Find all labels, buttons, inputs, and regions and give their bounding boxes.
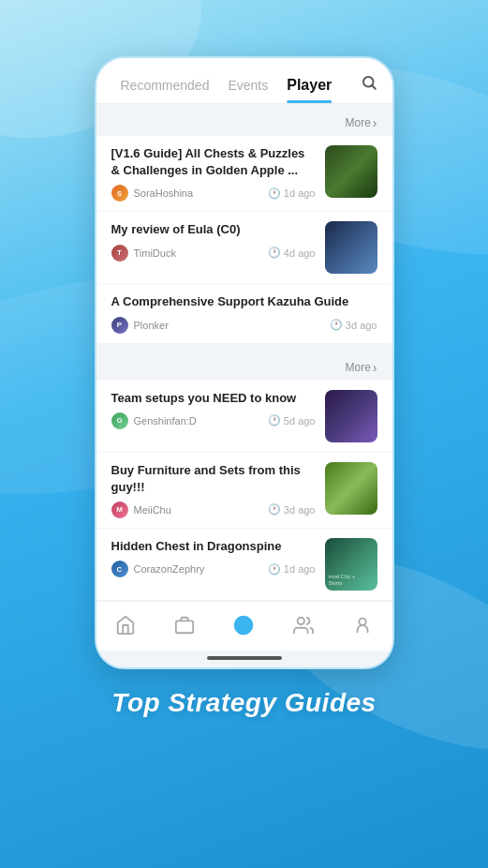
time-label: 3d ago [284, 504, 316, 516]
nav-item-community[interactable] [284, 609, 323, 641]
app-header: Recommended Events Player [96, 58, 392, 104]
thumb-overlay-text: mod City +Skirts [329, 574, 356, 587]
section-more-more[interactable]: More › [345, 360, 377, 375]
guide-thumbnail [325, 221, 377, 274]
guide-title: A Comprehensive Support Kazuha Guide [111, 293, 377, 310]
guide-title: My review of Eula (C0) [111, 221, 316, 238]
time-label: 1d ago [284, 563, 316, 575]
search-icon[interactable] [361, 74, 377, 103]
nav-item-profile[interactable] [343, 609, 382, 641]
guide-thumbnail [325, 390, 377, 442]
guide-meta: S SoraHoshina 🕐 1d ago [111, 185, 316, 202]
list-item[interactable]: Team setups you NEED to know G Genshinfa… [96, 381, 392, 452]
svg-point-5 [297, 618, 303, 624]
guide-thumbnail [325, 462, 377, 515]
time-meta: 🕐 1d ago [268, 563, 316, 576]
tab-recommended[interactable]: Recommended [111, 74, 219, 102]
home-bar [207, 656, 282, 660]
guide-meta: M MeiiChu 🕐 3d ago [111, 501, 316, 518]
list-item[interactable]: [V1.6 Guide] All Chests & Puzzles & Chal… [96, 136, 392, 211]
section-v16-more[interactable]: More › [345, 115, 377, 130]
nav-tabs: Recommended Events Player [111, 73, 377, 103]
clock-icon: 🕐 [330, 319, 343, 331]
content-area: More › [V1.6 Guide] All Chests & Puzzles… [96, 104, 392, 601]
guide-title: Hidden Chest in Dragonspine [111, 538, 316, 555]
svg-rect-2 [176, 621, 193, 633]
nav-item-home[interactable] [106, 609, 145, 641]
time-label: 5d ago [284, 415, 316, 427]
guide-meta: P Plonker 🕐 3d ago [111, 317, 377, 334]
guide-thumbnail [325, 145, 377, 198]
clock-icon: 🕐 [268, 187, 281, 200]
guide-thumbnail: mod City +Skirts [325, 538, 377, 591]
nav-item-player[interactable] [224, 609, 263, 641]
avatar: T [111, 245, 128, 262]
avatar: P [111, 317, 128, 334]
author-name: Plonker [134, 320, 169, 331]
clock-icon: 🕐 [268, 247, 281, 259]
svg-line-1 [372, 85, 375, 88]
chevron-right-icon: › [373, 360, 377, 375]
author-name: TimiDuck [134, 247, 176, 259]
guide-meta: T TimiDuck 🕐 4d ago [111, 245, 316, 262]
tab-events[interactable]: Events [218, 74, 277, 102]
list-item[interactable]: Hidden Chest in Dragonspine C CorazonZep… [96, 529, 392, 600]
guide-meta: G Genshinfan:D 🕐 5d ago [111, 412, 316, 429]
guide-title: Buy Furniture and Sets from this guy!!! [111, 462, 316, 496]
time-label: 4d ago [284, 247, 316, 259]
time-label: 1d ago [284, 187, 316, 199]
store-icon [172, 613, 197, 637]
guide-meta: C CorazonZephry 🕐 1d ago [111, 561, 316, 577]
list-item[interactable]: My review of Eula (C0) T TimiDuck 🕐 4d a… [96, 212, 392, 283]
time-label: 3d ago [346, 320, 377, 331]
clock-icon: 🕐 [268, 503, 281, 516]
avatar: C [111, 561, 128, 577]
time-meta: 🕐 4d ago [268, 247, 316, 259]
bottom-nav [96, 601, 392, 651]
author-name: SoraHoshina [134, 187, 194, 199]
tab-player[interactable]: Player [277, 73, 341, 103]
nav-item-store[interactable] [165, 609, 204, 641]
guide-content: Buy Furniture and Sets from this guy!!! … [111, 462, 316, 518]
time-meta: 🕐 3d ago [330, 319, 377, 331]
clock-icon: 🕐 [268, 414, 281, 427]
phone-frame: Recommended Events Player More › [V1.6 G [95, 56, 394, 669]
time-meta: 🕐 1d ago [268, 187, 316, 200]
clock-icon: 🕐 [268, 563, 281, 576]
guide-content: Team setups you NEED to know G Genshinfa… [111, 390, 316, 429]
time-meta: 🕐 3d ago [268, 503, 316, 516]
guide-content: Hidden Chest in Dragonspine C CorazonZep… [111, 538, 316, 577]
section-more-header: More › [96, 349, 392, 381]
author-name: CorazonZephry [134, 563, 205, 575]
player-icon [231, 613, 256, 637]
list-item[interactable]: A Comprehensive Support Kazuha Guide P P… [96, 284, 392, 342]
svg-point-6 [359, 619, 365, 625]
guide-content: [V1.6 Guide] All Chests & Puzzles & Chal… [111, 145, 316, 202]
home-indicator [96, 651, 392, 667]
footer-text: Top Strategy Guides [111, 688, 376, 717]
svg-point-4 [240, 621, 248, 629]
list-item[interactable]: Buy Furniture and Sets from this guy!!! … [96, 453, 392, 528]
community-icon [291, 613, 316, 637]
guide-title: [V1.6 Guide] All Chests & Puzzles & Chal… [111, 145, 316, 179]
avatar: M [111, 501, 128, 518]
author-name: Genshinfan:D [134, 415, 197, 427]
avatar: G [111, 412, 128, 429]
avatar: S [111, 185, 128, 202]
chevron-right-icon: › [373, 115, 377, 130]
time-meta: 🕐 5d ago [268, 414, 316, 427]
guide-content: My review of Eula (C0) T TimiDuck 🕐 4d a… [111, 221, 316, 261]
guide-title: Team setups you NEED to know [111, 390, 316, 407]
profile-icon [350, 613, 375, 637]
footer-text-container: Top Strategy Guides [111, 688, 376, 718]
author-name: MeiiChu [134, 504, 171, 516]
home-icon [113, 613, 138, 637]
section-v16-header: More › [96, 104, 392, 136]
